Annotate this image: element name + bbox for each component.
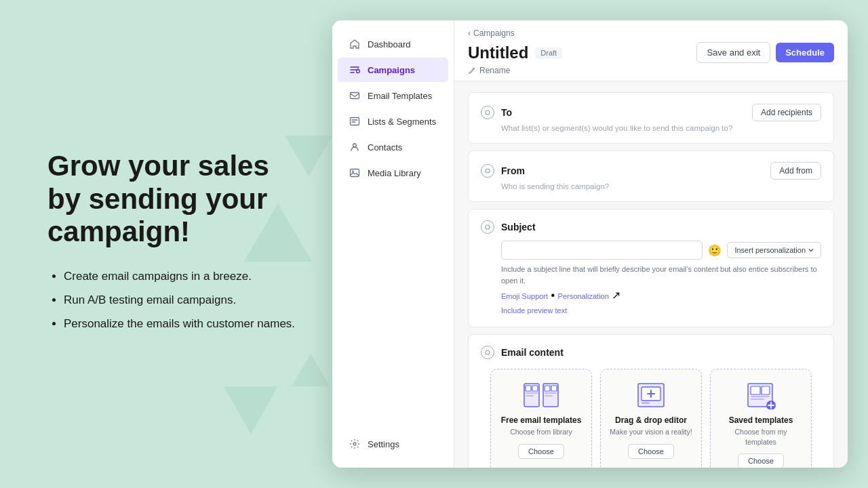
email-content-title: Email content — [501, 347, 821, 358]
rename-label: Rename — [479, 66, 510, 75]
rename-row[interactable]: Rename — [468, 66, 834, 75]
svg-rect-12 — [526, 386, 531, 391]
sidebar-item-lists-segments[interactable]: Lists & Segments — [338, 109, 448, 134]
draft-badge: Draft — [535, 47, 562, 58]
sidebar-label-campaigns: Campaigns — [368, 65, 415, 75]
subject-circle — [481, 220, 494, 234]
breadcrumb-chevron: ‹ — [468, 28, 471, 38]
app-window: Dashboard Campaigns Email Templates — [332, 20, 848, 468]
breadcrumb[interactable]: ‹ Campaigns — [468, 28, 834, 38]
drag-drop-desc: Make your vision a reality! — [610, 427, 692, 437]
to-header: To Add recipients — [481, 104, 821, 121]
saved-templates-option: Saved templates Choose from my templates… — [710, 369, 812, 468]
from-title: From — [501, 165, 764, 176]
emoji-support-link[interactable]: Emoji Support — [501, 292, 548, 300]
insert-personalization-button[interactable]: Insert personalization — [727, 242, 821, 258]
svg-rect-14 — [526, 392, 538, 394]
add-recipients-button[interactable]: Add recipients — [752, 104, 821, 121]
chevron-down-icon — [808, 247, 814, 253]
saved-templates-title: Saved templates — [729, 415, 793, 425]
sidebar-label-lists-segments: Lists & Segments — [368, 117, 436, 127]
settings-icon — [349, 438, 361, 450]
media-icon — [349, 167, 361, 179]
sidebar-label-email-templates: Email Templates — [368, 91, 432, 101]
svg-rect-15 — [526, 395, 534, 396]
sidebar-item-media-library[interactable]: Media Library — [338, 161, 448, 185]
hero-bullet-2: Run A/B testing email campaigns. — [64, 291, 305, 310]
from-hint: Who is sending this campaign? — [501, 182, 821, 190]
from-circle — [481, 164, 494, 178]
svg-point-3 — [353, 144, 357, 147]
svg-rect-28 — [751, 399, 764, 400]
svg-rect-2 — [351, 118, 359, 125]
sidebar-label-dashboard: Dashboard — [368, 39, 411, 49]
contacts-icon — [349, 141, 361, 153]
drag-drop-choose-button[interactable]: Choose — [628, 444, 674, 459]
to-title: To — [501, 107, 745, 118]
sidebar-label-media-library: Media Library — [368, 168, 421, 178]
save-exit-button[interactable]: Save and exit — [696, 42, 770, 63]
sidebar-label-contacts: Contacts — [368, 142, 402, 152]
svg-point-6 — [353, 443, 356, 445]
schedule-button[interactable]: Schedule — [776, 43, 834, 62]
sidebar-item-email-templates[interactable]: Email Templates — [338, 83, 448, 108]
subject-header: Subject — [481, 220, 821, 234]
svg-rect-13 — [532, 386, 538, 391]
svg-rect-25 — [751, 386, 760, 394]
topbar-row: Untitled Draft Save and exit Schedule — [468, 42, 834, 63]
saved-templates-icon — [742, 380, 780, 410]
free-templates-option: Free email templates Choose from library… — [490, 369, 592, 468]
hero-bullet-3: Personalize the emails with customer nam… — [64, 314, 305, 334]
subject-input[interactable] — [501, 241, 703, 260]
subject-title: Subject — [501, 222, 821, 232]
svg-rect-18 — [551, 386, 557, 391]
svg-rect-19 — [545, 392, 557, 394]
svg-rect-20 — [545, 395, 553, 396]
email-content-header: Email content — [481, 346, 821, 359]
free-templates-title: Free email templates — [501, 415, 582, 425]
page-title: Untitled — [468, 43, 528, 62]
svg-rect-27 — [751, 396, 770, 397]
from-section: From Add from Who is sending this campai… — [468, 150, 834, 202]
sidebar-item-contacts[interactable]: Contacts — [338, 135, 448, 159]
add-from-button[interactable]: Add from — [770, 162, 821, 180]
campaign-body: To Add recipients What list(s) or segmen… — [454, 81, 848, 468]
email-icon — [349, 89, 361, 102]
drag-drop-title: Drag & drop editor — [615, 415, 687, 425]
svg-point-8 — [486, 169, 490, 173]
drag-drop-option: Drag & drop editor Make your vision a re… — [600, 369, 702, 468]
sidebar-item-dashboard[interactable]: Dashboard — [338, 32, 448, 56]
email-content-section: Email content — [468, 334, 834, 468]
email-content-circle — [481, 346, 494, 359]
topbar-actions: Save and exit Schedule — [696, 42, 834, 63]
sidebar-label-settings: Settings — [368, 439, 399, 449]
sidebar-item-settings[interactable]: Settings — [338, 432, 448, 456]
subject-desc: Include a subject line that will briefly… — [501, 264, 821, 286]
sidebar-item-campaigns[interactable]: Campaigns — [338, 58, 448, 82]
rename-icon — [468, 66, 476, 75]
content-options: Free email templates Choose from library… — [481, 369, 821, 468]
hero-bullets: Create email campaigns in a breeze. Run … — [47, 267, 305, 334]
to-hint: What list(s) or segment(s) would you lik… — [501, 124, 821, 132]
emoji-icon[interactable]: 🙂 — [708, 244, 722, 257]
topbar: ‹ Campaigns Untitled Draft Save and exit… — [454, 20, 848, 81]
svg-point-5 — [352, 171, 353, 172]
include-preview-text-link[interactable]: Include preview text — [501, 306, 567, 314]
svg-rect-4 — [351, 169, 359, 177]
saved-templates-desc: Choose from my templates — [719, 427, 803, 447]
free-templates-choose-button[interactable]: Choose — [518, 444, 564, 459]
saved-templates-choose-button[interactable]: Choose — [738, 453, 784, 468]
personalization-link[interactable]: Personalization — [558, 292, 609, 300]
preview-text-row: Include preview text — [501, 304, 821, 316]
campaigns-icon — [349, 64, 361, 76]
svg-rect-1 — [351, 93, 359, 99]
breadcrumb-text: Campaigns — [473, 28, 515, 38]
drag-drop-icon — [632, 380, 670, 410]
subject-input-row: 🙂 Insert personalization — [501, 241, 821, 260]
to-section: To Add recipients What list(s) or segmen… — [468, 92, 834, 144]
topbar-title-row: Untitled Draft — [468, 43, 562, 62]
subject-section: Subject 🙂 Insert personalization Include… — [468, 209, 834, 327]
svg-point-9 — [486, 225, 490, 229]
svg-point-7 — [486, 110, 490, 115]
sidebar: Dashboard Campaigns Email Templates — [332, 20, 454, 468]
